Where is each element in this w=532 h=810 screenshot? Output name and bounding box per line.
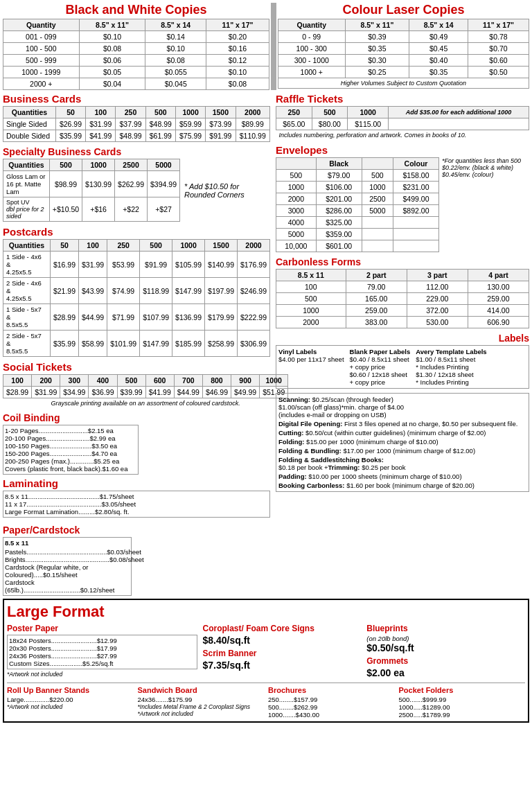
cell: $0.12 [206, 55, 269, 67]
table-row: 300 - 1000 $0.30 $0.40 $0.60 [278, 55, 529, 67]
cell: $0.10 [206, 67, 269, 78]
cell: $0.055 [145, 67, 206, 78]
cell: $0.06 [79, 55, 145, 67]
cell: $31.99 [32, 387, 60, 398]
table-row: 100 - 300 $0.35 $0.45 $0.70 [278, 43, 529, 55]
col-500: 500 [312, 107, 348, 118]
cell: $53.99 [107, 252, 140, 278]
cell: $26.99 [55, 118, 85, 130]
envelopes-section: Envelopes Black Colour 500 [276, 144, 529, 252]
envelopes-note: *For quantities less than 500$0.22/env. … [439, 157, 529, 252]
col-700: 700 [174, 375, 202, 387]
specialty-cards-section: Specialty Business Cards Quantities 500 … [3, 146, 270, 222]
table-row: 500 165.00 229.00 259.00 [276, 293, 529, 305]
sandwich-list: 24x36.......$175.99 [138, 696, 265, 703]
specialty-cards-table: Quantities 500 1000 2500 5000 Gloss Lam … [3, 159, 180, 222]
cell: $0.08 [79, 43, 145, 55]
colour-copies-table: Quantity 8.5" x 11" 8.5" x 14 11" x 17" … [278, 19, 529, 89]
cell: 10,000 [276, 240, 317, 252]
poster-paper-title: Poster Paper [7, 624, 197, 633]
blank-price: $0.40 / 8.5x11 sheet + copy price $0.60 … [350, 355, 409, 386]
cell: $101.99 [107, 331, 140, 357]
cell: $0.35 [409, 67, 468, 78]
cell: $48.99 [116, 130, 145, 142]
cell: $147.99 [172, 278, 205, 304]
scanning-item-2: Cutting: $0.50/cut (within cutter guidel… [278, 429, 526, 437]
cell: $246.99 [238, 278, 270, 304]
table-row: Grayscale printing available on an assor… [3, 398, 288, 409]
brochures-list: 250........$157.99 500........$262.99 10… [268, 696, 395, 719]
rollup-section: Roll Up Banner Stands Large.............… [7, 686, 134, 719]
specialty-cards-content: Quantities 500 1000 2500 5000 Gloss Lam … [3, 159, 270, 222]
cell: $147.99 [140, 331, 172, 357]
scanning-item-5: Folding & Saddlestitching Books:$0.18 pe… [278, 456, 526, 471]
business-cards-section: Business Cards Quantities 50 100 250 500… [3, 93, 270, 142]
scanning-item-6: Padding: $10.00 per 1000 sheets (minimum… [278, 473, 526, 480]
col-2000: 2000 [236, 107, 269, 118]
col-85x11: 8.5" x 11" [345, 19, 409, 31]
cell: 2 Side - 4x6 &4.25x5.5 [3, 278, 51, 304]
scanning-item-7: Booking Carbonless: $1.60 per book (mini… [278, 482, 526, 489]
list-item: 2500.....$1789.99 [399, 711, 526, 719]
paper-cardstock-title: Paper/Cardstock [3, 525, 132, 536]
cell: 79.00 [346, 281, 407, 293]
left-column: Business Cards Quantities 50 100 250 500… [3, 93, 273, 522]
sandwich-note: *Includes Metal Frame & 2 Coroplast Sign… [138, 703, 265, 717]
col-1000: 1000 [348, 107, 389, 118]
cell: $107.99 [140, 304, 172, 331]
list-item: 500........$262.99 [268, 703, 395, 711]
coil-binding-list: 1-20 Pages...........................$2.… [3, 425, 139, 475]
list-item: 18x24 Posters.........................$1… [9, 637, 195, 644]
rollup-title: Roll Up Banner Stands [7, 686, 134, 694]
cell: $222.99 [238, 304, 270, 331]
cell: 500 [362, 170, 393, 182]
cell: $359.00 [316, 229, 362, 240]
laminating-title: Laminating [3, 477, 270, 489]
brochures-section: Brochures 250........$157.99 500........… [268, 686, 395, 719]
cell: $58.99 [79, 331, 107, 357]
cell: 606.90 [468, 317, 529, 328]
col-2500: 2500 [115, 159, 148, 171]
grommets-title: Grommets [366, 656, 525, 666]
main-content: Business Cards Quantities 50 100 250 500… [3, 93, 529, 522]
bw-col-11x17: 11" x 17" [206, 19, 269, 31]
carbonless-title: Carbonless Forms [276, 256, 529, 267]
cell: $262.99 [115, 171, 148, 197]
postcards-section: Postcards Quantities 50 100 250 500 1000… [3, 226, 270, 357]
coroplast-section: Coroplast/ Foam Core Signs $8.40/sq.ft [203, 624, 362, 646]
table-row: Spot UVdbl price for 2 sided +$10.50 +$1… [3, 197, 180, 222]
col-100: 100 [79, 240, 107, 252]
col-800: 800 [202, 375, 231, 387]
cell: $185.99 [172, 331, 205, 357]
cell: 2 Side - 5x7 &8.5x5.5 [3, 331, 51, 357]
cell: $44.99 [174, 387, 202, 398]
cell: 001 - 099 [3, 31, 80, 43]
cell: $325.00 [316, 217, 362, 229]
cell: $34.99 [60, 387, 89, 398]
cell: $394.99 [148, 171, 180, 197]
col-4part: 4 part [468, 270, 529, 281]
cell: 100 - 500 [3, 43, 80, 55]
bw-copies-title: Black and White Copies [3, 3, 269, 17]
col-colour-price: Colour [393, 158, 439, 170]
col-quantities: Quantities [3, 159, 50, 171]
cell: 112.00 [407, 281, 468, 293]
col-600: 600 [145, 375, 174, 387]
col-100: 100 [86, 107, 116, 118]
large-format-title: Large Format [7, 603, 525, 621]
blueprints-grommets-section: Blueprints (on 20lb bond) $0.50/sq.ft Gr… [366, 624, 525, 678]
table-row: 1000 259.00 372.00 414.00 [276, 305, 529, 317]
col-500: 500 [117, 375, 145, 387]
list-item: 1-20 Pages...........................$2.… [5, 427, 136, 434]
label-item-avery: Avery Template Labels $1.00 / 8.5x11 she… [416, 348, 486, 386]
list-item: 1000.......$430.00 [268, 711, 395, 719]
list-item: 20x30 Posters.........................$1… [9, 644, 195, 652]
vinyl-price: $4.00 per 11x17 sheet [278, 355, 344, 363]
cell: $0.08 [145, 55, 206, 67]
cell: $176.99 [238, 252, 270, 278]
blueprints-title: Blueprints [366, 624, 525, 633]
cell: $0.39 [345, 31, 409, 43]
cell: 2000 + [3, 78, 80, 90]
col-1000: 1000 [82, 159, 115, 171]
cell: $0.04 [79, 78, 145, 90]
